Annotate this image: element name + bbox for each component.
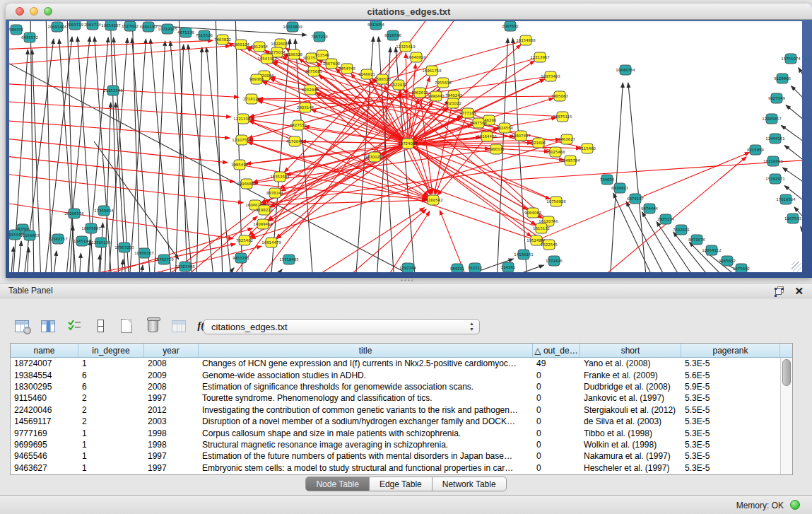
- close-window-button[interactable]: [16, 7, 24, 16]
- table-vertical-scrollbar[interactable]: [780, 358, 792, 474]
- table-cell[interactable]: de Silva et al. (2003): [580, 416, 681, 426]
- table-cell[interactable]: Tibbo et al. (1998): [580, 428, 681, 438]
- graph-node[interactable]: 9474444: [641, 204, 659, 214]
- table-settings-icon[interactable]: [13, 316, 31, 336]
- canvas-resize-grip[interactable]: [792, 262, 801, 271]
- graph-node[interactable]: 8878344: [266, 188, 284, 198]
- table-cell[interactable]: Yano et al. (2008): [580, 358, 681, 368]
- graph-edge[interactable]: [141, 265, 143, 272]
- table-row[interactable]: 946362711997Embryonic stem cells: a mode…: [11, 462, 780, 474]
- graph-edge[interactable]: [596, 157, 746, 272]
- graph-node[interactable]: 2935114: [657, 214, 675, 224]
- graph-node[interactable]: 989363: [249, 74, 264, 84]
- graph-node[interactable]: 2087682: [502, 21, 519, 31]
- graph-node[interactable]: 8215958: [747, 145, 765, 155]
- graph-node[interactable]: 984211: [450, 264, 465, 272]
- column-header-title[interactable]: title: [199, 344, 533, 357]
- scrollbar-thumb[interactable]: [782, 359, 791, 386]
- graph-node[interactable]: 20691406: [47, 22, 67, 32]
- table-cell[interactable]: Investigating the contribution of common…: [199, 405, 533, 415]
- graph-node[interactable]: 12107554: [232, 135, 252, 145]
- graph-edge[interactable]: [791, 86, 802, 106]
- table-row[interactable]: 2242004622012Investigating the contribut…: [11, 404, 780, 416]
- graph-edge[interactable]: [440, 210, 469, 272]
- table-cell[interactable]: 1998: [144, 440, 199, 450]
- table-cell[interactable]: 0: [533, 370, 580, 380]
- close-panel-icon[interactable]: ✕: [794, 286, 804, 296]
- graph-node[interactable]: 214361: [501, 262, 516, 272]
- graph-edge[interactable]: [235, 21, 242, 272]
- tab-edge-table[interactable]: Edge Table: [370, 477, 433, 491]
- table-cell[interactable]: 0: [533, 405, 580, 415]
- table-row[interactable]: 1830029562008Estimation of significance …: [11, 381, 780, 392]
- graph-node[interactable]: 7857224: [311, 32, 329, 42]
- graph-node[interactable]: 734054: [600, 175, 615, 185]
- graph-edge[interactable]: [46, 21, 52, 272]
- graph-node[interactable]: 12323448: [175, 262, 195, 271]
- graph-edge[interactable]: [628, 83, 647, 272]
- row-layout-icon[interactable]: [91, 316, 110, 336]
- table-cell[interactable]: 1: [78, 451, 144, 461]
- table-cell[interactable]: 14569117: [11, 416, 78, 426]
- graph-edge[interactable]: [248, 142, 549, 245]
- table-cell[interactable]: 2: [78, 405, 144, 415]
- table-cell[interactable]: 9699695: [11, 440, 78, 450]
- table-cell[interactable]: Changes of HCN gene expression and I(f) …: [199, 358, 533, 368]
- graph-node[interactable]: 1145194: [73, 236, 91, 246]
- table-cell[interactable]: 5.9E-5: [681, 382, 780, 392]
- network-canvas[interactable]: 5843726435572206914062093719209371410653…: [9, 21, 802, 272]
- graph-edge[interactable]: [504, 160, 802, 180]
- table-cell[interactable]: Genome-wide association studies in ADHD.: [199, 370, 533, 380]
- graph-edge[interactable]: [129, 39, 146, 272]
- memory-status-indicator[interactable]: [790, 500, 800, 510]
- graph-edge[interactable]: [408, 144, 536, 225]
- graph-node[interactable]: 1322037: [390, 80, 407, 90]
- graph-node[interactable]: 20206576: [64, 209, 84, 218]
- table-cell[interactable]: 2012: [144, 405, 199, 415]
- graph-node[interactable]: 8912954: [251, 42, 269, 52]
- table-cell[interactable]: 0: [533, 416, 580, 426]
- graph-node[interactable]: 10025488: [546, 147, 565, 157]
- graph-edge[interactable]: [121, 259, 123, 272]
- table-row[interactable]: 1938455462009Genome-wide association stu…: [11, 369, 780, 380]
- window-titlebar[interactable]: citations_edges.txt: [6, 4, 812, 20]
- column-header-pagerank[interactable]: pagerank: [681, 344, 780, 357]
- table-cell[interactable]: 5.3E-5: [681, 440, 780, 450]
- graph-node[interactable]: 15192971: [765, 174, 784, 184]
- table-cell[interactable]: 2: [78, 416, 144, 426]
- graph-node[interactable]: 10975887: [81, 223, 100, 233]
- import-table-icon[interactable]: [170, 316, 188, 336]
- table-row[interactable]: 969969511998Structural magnetic resonanc…: [11, 439, 780, 450]
- table-cell[interactable]: 2008: [144, 358, 199, 368]
- graph-node[interactable]: 584372: [9, 25, 23, 35]
- graph-node[interactable]: 2093719: [66, 21, 84, 30]
- graph-node[interactable]: 8471676: [688, 235, 706, 245]
- graph-node[interactable]: 1167533: [784, 214, 801, 223]
- graph-edge[interactable]: [216, 21, 223, 272]
- column-header-name[interactable]: name: [11, 344, 78, 357]
- table-cell[interactable]: Estimation of the future numbers of pati…: [199, 451, 533, 461]
- graph-edge[interactable]: [114, 37, 129, 272]
- graph-node[interactable]: 10719185: [158, 24, 177, 34]
- graph-node[interactable]: 15751074: [781, 54, 801, 64]
- float-panel-icon[interactable]: [775, 286, 784, 296]
- table-cell[interactable]: 5.3E-5: [681, 451, 780, 461]
- graph-edge[interactable]: [18, 241, 21, 272]
- graph-node[interactable]: 9218596: [384, 30, 402, 40]
- table-cell[interactable]: Stergiakouli et al. (2012): [580, 405, 681, 415]
- table-cell[interactable]: 5.3E-5: [681, 463, 780, 473]
- graph-node[interactable]: 12325419: [396, 42, 416, 52]
- table-cell[interactable]: 18724007: [11, 358, 78, 368]
- table-cell[interactable]: 1: [78, 463, 144, 473]
- table-cell[interactable]: 0: [533, 463, 580, 473]
- graph-edge[interactable]: [301, 141, 408, 144]
- table-row[interactable]: 977716911998Corpus callosum shape and si…: [11, 427, 780, 438]
- graph-node[interactable]: 16033809: [283, 22, 302, 32]
- column-header-out_de[interactable]: △ out_de…: [533, 344, 580, 357]
- graph-edge[interactable]: [497, 38, 508, 272]
- table-cell[interactable]: Dudbridge et al. (2008): [580, 382, 681, 392]
- table-cell[interactable]: 6: [78, 370, 144, 380]
- graph-node[interactable]: 7632621: [673, 225, 690, 235]
- table-cell[interactable]: 5.3E-5: [681, 428, 780, 438]
- graph-node[interactable]: 14136141: [514, 250, 533, 259]
